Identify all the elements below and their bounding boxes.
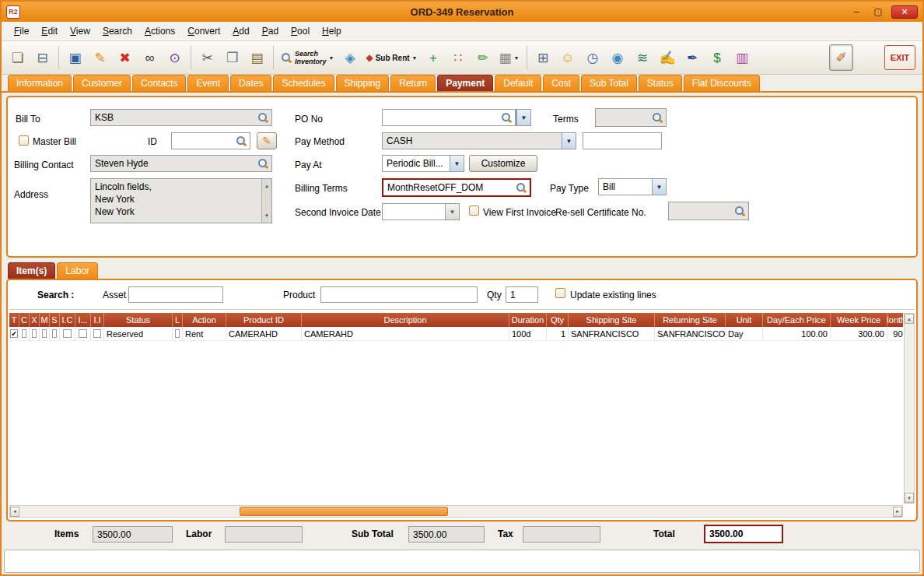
- po-no-dropdown[interactable]: ▼: [516, 109, 531, 126]
- column-header-i[interactable]: I...: [75, 313, 91, 327]
- id-field[interactable]: [171, 132, 250, 149]
- cell[interactable]: SANFRANCISCO: [655, 327, 726, 340]
- disc-button[interactable]: ◉: [606, 44, 630, 71]
- groups-button[interactable]: ∷: [446, 44, 471, 71]
- pay-at-select[interactable]: Periodic Bill... ▼: [382, 155, 464, 172]
- search-inventory-button[interactable]: SearchInventory▼: [278, 44, 337, 71]
- tab-schedules[interactable]: Schedules: [273, 75, 334, 91]
- books-button[interactable]: ≋: [631, 44, 655, 71]
- pad-grid-button[interactable]: ▦▼: [496, 44, 523, 71]
- cell[interactable]: SANFRANCISCO: [569, 327, 655, 340]
- print-list-button[interactable]: ⊞: [531, 44, 555, 71]
- menu-edit[interactable]: Edit: [35, 23, 64, 40]
- sub-rent-button[interactable]: ◆Sub Rent▼: [362, 44, 420, 71]
- tab-default[interactable]: Default: [495, 75, 541, 91]
- wand-button[interactable]: ✐: [829, 44, 853, 71]
- row-checkbox[interactable]: [175, 329, 180, 338]
- menu-actions[interactable]: Actions: [138, 23, 181, 40]
- scroll-left-icon[interactable]: ◄: [10, 507, 19, 517]
- new-button[interactable]: ❏: [5, 44, 30, 71]
- menu-pad[interactable]: Pad: [256, 23, 285, 40]
- column-header-x[interactable]: X: [30, 313, 40, 327]
- row-checkbox[interactable]: [63, 329, 72, 338]
- terms-field[interactable]: [595, 108, 667, 127]
- scroll-down-icon[interactable]: ▼: [905, 493, 914, 503]
- vertical-scrollbar[interactable]: ▲ ▼: [904, 313, 915, 504]
- cell[interactable]: CAMERAHD: [226, 327, 302, 340]
- cell[interactable]: 900.00: [887, 327, 903, 340]
- column-header-c[interactable]: C: [19, 313, 30, 327]
- cell[interactable]: 1: [547, 327, 569, 340]
- search-icon[interactable]: [257, 158, 269, 170]
- menu-file[interactable]: File: [8, 23, 35, 40]
- scroll-down-icon[interactable]: ▼: [264, 209, 269, 222]
- column-header-product-id[interactable]: Product ID: [226, 313, 302, 327]
- column-header-unit[interactable]: Unit: [726, 313, 763, 327]
- menu-help[interactable]: Help: [316, 23, 348, 40]
- column-header-day-each-price[interactable]: Day/Each Price: [763, 313, 831, 327]
- cell[interactable]: 100.00: [763, 327, 831, 340]
- find-item-button[interactable]: ⊙: [163, 44, 187, 71]
- pay-method-extra-field[interactable]: [583, 132, 662, 149]
- column-header-t[interactable]: T: [9, 313, 19, 327]
- search-icon[interactable]: [516, 182, 527, 194]
- shapes-button[interactable]: ◈: [338, 44, 362, 71]
- scroll-right-icon[interactable]: ►: [893, 507, 902, 517]
- column-header-shipping-site[interactable]: Shipping Site: [569, 313, 655, 327]
- smiley-button[interactable]: ☺: [556, 44, 580, 71]
- search-icon[interactable]: [236, 135, 247, 147]
- resell-certificate-field[interactable]: [668, 202, 749, 220]
- cell[interactable]: Rent: [183, 327, 226, 340]
- tab-dates[interactable]: Dates: [230, 75, 271, 91]
- scroll-up-icon[interactable]: ▲: [905, 314, 914, 324]
- cell[interactable]: Day: [726, 327, 763, 340]
- menu-search[interactable]: Search: [96, 23, 138, 40]
- billing-contact-field[interactable]: Steven Hyde: [90, 155, 272, 172]
- maximize-button[interactable]: ▢: [870, 5, 887, 19]
- column-header-month-price[interactable]: Month Price: [887, 313, 903, 327]
- row-checkbox[interactable]: [22, 329, 26, 338]
- item-tab-item-s[interactable]: Item(s): [8, 262, 55, 279]
- key-pen-button[interactable]: ✒: [681, 44, 705, 71]
- pay-type-select[interactable]: Bill ▼: [598, 178, 667, 195]
- column-header-description[interactable]: Description: [302, 313, 509, 327]
- edit-id-button[interactable]: ✎: [257, 132, 277, 149]
- column-header-l[interactable]: L: [173, 313, 183, 327]
- search-icon[interactable]: [652, 112, 663, 124]
- address-scrollbar[interactable]: ▲ ▼: [261, 179, 271, 223]
- chevron-down-icon[interactable]: ▼: [516, 110, 530, 125]
- column-header-returning-site[interactable]: Returning Site: [655, 313, 726, 327]
- bill-to-field[interactable]: KSB: [90, 109, 272, 126]
- note-button[interactable]: ✏: [471, 44, 495, 71]
- row-checkbox[interactable]: [52, 329, 57, 338]
- product-input[interactable]: [320, 286, 478, 303]
- cell[interactable]: CAMERAHD: [302, 327, 509, 340]
- exit-button[interactable]: EXIT: [884, 45, 915, 70]
- search-icon[interactable]: [734, 205, 746, 217]
- tab-sub-total[interactable]: Sub Total: [581, 75, 637, 91]
- tab-event[interactable]: Event: [187, 75, 229, 91]
- update-existing-lines-checkbox[interactable]: [555, 288, 565, 298]
- clock-button[interactable]: ◷: [581, 44, 605, 71]
- search-icon[interactable]: [501, 112, 513, 124]
- cell[interactable]: 300.00: [831, 327, 887, 340]
- delete-button[interactable]: ✖: [113, 44, 137, 71]
- scroll-up-icon[interactable]: ▲: [264, 180, 269, 192]
- customize-button[interactable]: Customize: [469, 155, 537, 172]
- column-header-status[interactable]: Status: [104, 313, 173, 327]
- scroll-track[interactable]: [22, 507, 891, 516]
- scroll-thumb[interactable]: [240, 507, 448, 516]
- column-header-week-price[interactable]: Week Price: [831, 313, 887, 327]
- print-button[interactable]: ⊟: [30, 44, 54, 71]
- column-header-action[interactable]: Action: [183, 313, 226, 327]
- chevron-down-icon[interactable]: ▼: [562, 133, 576, 149]
- tab-status[interactable]: Status: [639, 75, 682, 91]
- row-checkbox[interactable]: [32, 329, 37, 338]
- close-button[interactable]: ✕: [891, 5, 918, 19]
- menu-pool[interactable]: Pool: [285, 23, 316, 40]
- second-invoice-date-field[interactable]: ▼: [382, 203, 460, 220]
- column-header-s[interactable]: S: [50, 313, 60, 327]
- tab-contacts[interactable]: Contacts: [132, 75, 186, 91]
- row-checkbox[interactable]: [79, 329, 87, 338]
- qty-input[interactable]: 1: [506, 286, 538, 303]
